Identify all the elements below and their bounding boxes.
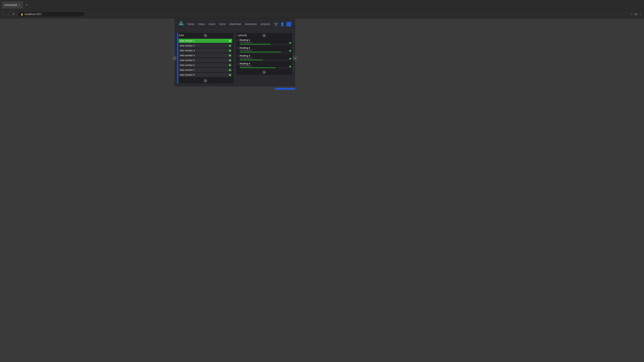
tribe-scroll-up-button[interactable]: ∧ (204, 34, 207, 37)
main-nav: home news moon store download resources … (188, 23, 270, 26)
upload-progress-fill (240, 67, 276, 68)
upload-subheading: Sub-Heading 1 (240, 41, 291, 43)
upload-item-content: Heading 1 Sub-Heading 1 (237, 39, 291, 44)
nav-download[interactable]: download (230, 23, 241, 26)
upload-progress-bar (240, 44, 291, 44)
back-button[interactable]: ‹ (2, 12, 5, 16)
uploads-panel-body: Heading 1 Sub-Heading 1 Heading 2 Sub-He… (236, 38, 292, 70)
upload-progress-fill (240, 52, 281, 52)
upload-checkbox[interactable] (237, 63, 239, 65)
header-actions: 🛒 👤 (274, 22, 291, 26)
lock-icon: 🔒 (20, 13, 23, 15)
user-avatar[interactable] (286, 22, 291, 26)
tab-close-button[interactable]: ✕ (18, 4, 20, 6)
nav-home[interactable]: home (188, 23, 194, 26)
tribe-member-row[interactable]: tribe member 6 (178, 63, 232, 67)
upload-item-content: Heading 2 Sub-Heading 2 (237, 46, 291, 52)
prev-arrow-button[interactable]: ‹ (172, 56, 177, 61)
cart-icon[interactable]: 🛒 (274, 22, 278, 26)
tribe-member-name: tribe member 8 (180, 73, 194, 76)
upload-status-dot (289, 50, 291, 52)
more-icon[interactable]: ⋮ (639, 12, 642, 16)
tribe-member-row[interactable]: tribe member 4 (178, 53, 232, 57)
logo-icon (178, 21, 184, 26)
tribe-member-name: tribe member 5 (180, 59, 194, 61)
upload-item: Heading 3 Sub-Heading 3 (237, 54, 291, 61)
upload-item: Heading 4 Sub-Heading 4 (237, 62, 291, 69)
upload-status-dot (289, 42, 291, 44)
tribe-member-row[interactable]: tribe member 3 (178, 48, 232, 53)
tribe-member-name: tribe member 3 (180, 49, 194, 52)
app-container: home news moon store download resources … (174, 18, 295, 86)
upload-checkbox[interactable] (237, 55, 239, 57)
tribe-member-status-dot (229, 74, 231, 76)
tribe-member-row[interactable]: tribe member 7 (178, 68, 232, 72)
tribe-member-row[interactable]: tribe member 1 (178, 39, 232, 43)
upload-item-content: Heading 4 Sub-Heading 4 (237, 62, 291, 68)
tribe-panel-body: tribe member 1 tribe member 2 tribe memb… (177, 38, 234, 78)
upload-checkbox[interactable] (237, 39, 239, 41)
upload-heading: Heading 2 (240, 46, 291, 49)
uploads-panel-footer: ∨ (236, 70, 292, 75)
app-header: home news moon store download resources … (174, 18, 295, 30)
nav-moon[interactable]: moon (209, 23, 216, 26)
chevron-left-icon: ‹ (174, 57, 174, 60)
tribe-panel-accent (177, 33, 178, 84)
tribe-panel-footer: ∨ (177, 78, 234, 84)
upload-item-content: Heading 3 Sub-Heading 3 (237, 54, 291, 60)
nav-news[interactable]: news (198, 23, 204, 26)
user-icon[interactable]: 👤 (280, 22, 284, 26)
upload-progress-bar (240, 67, 291, 68)
tribe-member-status-dot (229, 69, 231, 71)
browser-tab[interactable]: moonpad ✕ (2, 1, 23, 8)
tribe-member-row[interactable]: tribe member 2 (178, 43, 232, 48)
tribe-member-status-dot (229, 59, 231, 61)
upload-progress-fill (240, 60, 263, 60)
tribe-panel-header: tribe ∧ (177, 33, 234, 38)
tribe-panel: tribe ∧ tribe member 1 tribe member 2 tr… (177, 32, 234, 84)
bookmark-icon[interactable]: ☆ (630, 12, 633, 16)
blue-action-button[interactable] (275, 88, 295, 90)
upload-subheading: Sub-Heading 3 (240, 57, 291, 59)
browser-tab-bar: moonpad ✕ + (0, 0, 644, 10)
chevron-right-icon: › (295, 57, 296, 60)
tribe-member-name: tribe member 6 (180, 64, 194, 66)
tribe-member-row[interactable]: tribe member 5 (178, 58, 232, 62)
url-text: localhost:3217 (25, 13, 42, 16)
nav-store[interactable]: store (220, 23, 226, 26)
upload-status-dot (289, 58, 291, 59)
upload-item: Heading 2 Sub-Heading 2 (237, 46, 291, 53)
uploads-scroll-up-button[interactable]: ∧ (262, 34, 266, 37)
browser-action-buttons: ☆ ⚙ ⋮ (630, 12, 642, 16)
uploads-panel: uploads ∧ Heading 1 Sub-Heading 1 (236, 32, 292, 75)
content-area: ‹ tribe ∧ tribe member 1 tribe member 2 (174, 30, 295, 86)
reload-button[interactable]: ↻ (12, 12, 16, 17)
next-arrow-button[interactable]: › (293, 56, 298, 61)
uploads-scroll-down-button[interactable]: ∨ (262, 70, 266, 74)
tribe-member-status-dot (229, 64, 231, 66)
tribe-member-name: tribe member 7 (180, 69, 194, 71)
upload-checkbox[interactable] (237, 47, 239, 49)
new-tab-button[interactable]: + (24, 2, 29, 7)
upload-subheading: Sub-Heading 4 (240, 65, 291, 67)
uploads-panel-header: uploads ∧ (236, 33, 292, 38)
tribe-member-status-dot (229, 40, 231, 42)
extensions-icon[interactable]: ⚙ (634, 12, 637, 16)
nav-projects[interactable]: projects (261, 23, 270, 26)
forward-button[interactable]: › (7, 12, 10, 16)
upload-status-dot (289, 66, 291, 67)
tribe-scroll-down-button[interactable]: ∨ (204, 79, 207, 83)
address-bar[interactable]: 🔒 localhost:3217 (18, 11, 85, 17)
tribe-member-row[interactable]: tribe member 8 (178, 73, 232, 77)
tribe-member-name: tribe member 4 (180, 54, 194, 57)
app-logo (178, 21, 184, 27)
upload-heading: Heading 4 (240, 62, 291, 65)
tribe-member-status-dot (229, 54, 231, 56)
tribe-member-status-dot (229, 45, 231, 47)
chevron-down-icon: ∨ (205, 80, 206, 82)
upload-progress-fill (240, 44, 270, 44)
browser-address-bar-row: ‹ › ↻ 🔒 localhost:3217 ☆ ⚙ ⋮ (0, 10, 644, 18)
nav-resources[interactable]: resources (245, 23, 257, 26)
tribe-member-status-dot (229, 50, 231, 52)
tribe-member-name: tribe member 1 (180, 39, 194, 42)
